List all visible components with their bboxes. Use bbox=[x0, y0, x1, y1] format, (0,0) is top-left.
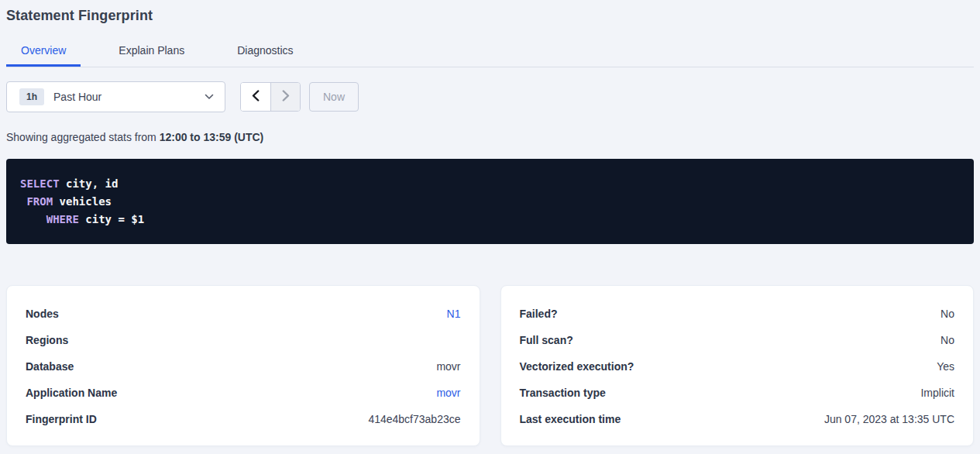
database-value: movr bbox=[436, 360, 460, 373]
last-execution-time-value: Jun 07, 2023 at 13:35 UTC bbox=[824, 413, 954, 425]
sql-keyword: SELECT bbox=[20, 177, 60, 190]
summary-cards: Nodes N1 Regions Database movr Applicati… bbox=[6, 285, 974, 446]
time-arrow-group bbox=[240, 82, 301, 112]
chevron-left-icon bbox=[252, 90, 260, 104]
row-label: Regions bbox=[26, 334, 68, 346]
nodes-link[interactable]: N1 bbox=[447, 308, 461, 320]
sql-keyword: WHERE bbox=[46, 213, 79, 225]
sql-line: FROM vehicles bbox=[20, 193, 960, 211]
row-regions: Regions bbox=[26, 327, 461, 353]
sql-keyword: FROM bbox=[26, 195, 53, 208]
tab-diagnostics[interactable]: Diagnostics bbox=[222, 35, 308, 67]
page-title: Statement Fingerprint bbox=[6, 8, 974, 24]
row-transaction-type: Transaction type Implicit bbox=[520, 380, 955, 406]
row-database: Database movr bbox=[26, 353, 461, 380]
prev-time-button[interactable] bbox=[241, 83, 270, 111]
execution-attributes-card: Failed? No Full scan? No Vectorized exec… bbox=[500, 285, 975, 446]
time-range-dropdown[interactable]: 1h Past Hour bbox=[6, 81, 225, 112]
row-full-scan: Full scan? No bbox=[520, 327, 955, 353]
chevron-down-icon bbox=[205, 94, 214, 100]
row-label: Full scan? bbox=[520, 334, 573, 346]
row-vectorized-execution: Vectorized execution? Yes bbox=[520, 353, 955, 380]
row-nodes: Nodes N1 bbox=[26, 301, 461, 327]
row-fingerprint-id: Fingerprint ID 414e4bcf73ab23ce bbox=[26, 406, 461, 432]
row-failed: Failed? No bbox=[520, 301, 955, 327]
row-last-execution-time: Last execution time Jun 07, 2023 at 13:3… bbox=[520, 406, 955, 432]
fingerprint-id-value: 414e4bcf73ab23ce bbox=[368, 413, 460, 425]
row-application-name: Application Name movr bbox=[26, 380, 461, 406]
tab-explain-plans[interactable]: Explain Plans bbox=[104, 35, 199, 67]
sql-line: WHERE city = $1 bbox=[20, 211, 960, 229]
row-label: Failed? bbox=[520, 308, 558, 320]
row-label: Fingerprint ID bbox=[26, 413, 97, 425]
time-range-label: Past Hour bbox=[53, 91, 101, 103]
aggregated-stats-prefix: Showing aggregated stats from bbox=[6, 131, 160, 143]
next-time-button[interactable] bbox=[270, 83, 300, 111]
time-range-badge: 1h bbox=[19, 88, 44, 105]
vectorized-execution-value: Yes bbox=[937, 360, 954, 373]
row-label: Nodes bbox=[26, 308, 59, 320]
row-label: Last execution time bbox=[520, 413, 621, 425]
aggregated-stats-range: 12:00 to 13:59 (UTC) bbox=[160, 131, 264, 143]
statement-details-card: Nodes N1 Regions Database movr Applicati… bbox=[6, 285, 480, 446]
aggregated-stats-text: Showing aggregated stats from 12:00 to 1… bbox=[6, 131, 974, 143]
row-label: Vectorized execution? bbox=[520, 360, 634, 373]
chevron-right-icon bbox=[282, 90, 290, 104]
full-scan-value: No bbox=[940, 334, 954, 346]
tab-overview[interactable]: Overview bbox=[6, 35, 81, 67]
row-label: Database bbox=[26, 360, 74, 373]
application-name-link[interactable]: movr bbox=[436, 387, 460, 399]
tab-bar: Overview Explain Plans Diagnostics bbox=[6, 35, 974, 67]
sql-line: SELECT city, id bbox=[20, 175, 960, 193]
time-toolbar: 1h Past Hour Now bbox=[6, 81, 974, 112]
transaction-type-value: Implicit bbox=[920, 387, 954, 399]
failed-value: No bbox=[940, 308, 954, 320]
sql-statement-box: SELECT city, id FROM vehicles WHERE city… bbox=[6, 159, 974, 244]
statement-fingerprint-page: Statement Fingerprint Overview Explain P… bbox=[0, 8, 980, 446]
now-button[interactable]: Now bbox=[309, 82, 359, 112]
row-label: Transaction type bbox=[520, 387, 606, 399]
row-label: Application Name bbox=[26, 387, 117, 399]
